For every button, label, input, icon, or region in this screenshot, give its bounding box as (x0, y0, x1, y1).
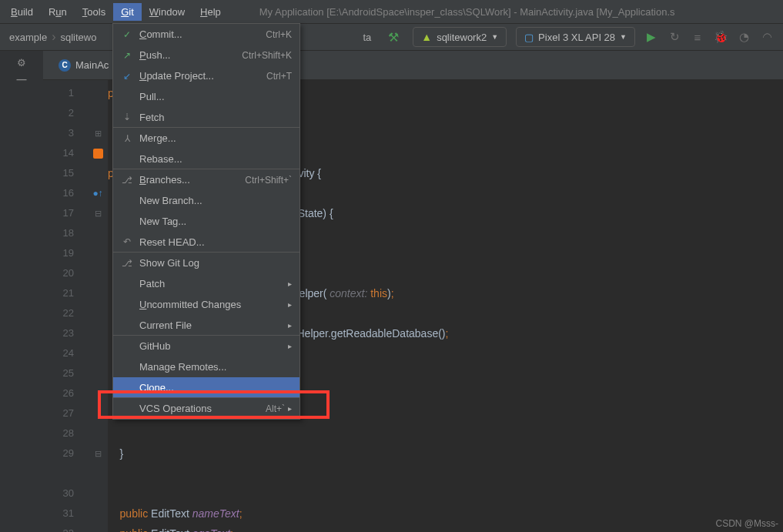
menu-item-label: VCS Operations (139, 403, 266, 414)
check-icon: ✓ (121, 29, 133, 40)
gutter-icon[interactable] (88, 343, 108, 363)
gutter-icon[interactable] (88, 263, 108, 283)
menu-item-manage-remotes[interactable]: Manage Remotes... (113, 356, 299, 377)
menu-item-uncommitted-changes[interactable]: Uncommitted Changes▸ (113, 294, 299, 315)
line-number (43, 463, 88, 483)
gutter-icon[interactable] (88, 403, 108, 423)
gutter-icon[interactable] (88, 223, 108, 243)
gutter-icon[interactable]: ●↑ (88, 183, 108, 203)
avd-button[interactable]: ◠ (757, 27, 777, 47)
submenu-arrow-icon: ▸ (288, 404, 292, 413)
gutter-icon[interactable] (88, 143, 108, 163)
menu-build[interactable]: Build (3, 3, 41, 21)
gutter-icon[interactable] (88, 103, 108, 123)
watermark: CSDN @Msss- (715, 518, 778, 529)
menu-item-clone[interactable]: Clone... (113, 377, 299, 398)
breadcrumb-item[interactable]: sqlitewo (60, 32, 96, 43)
menu-item-pull[interactable]: Pull... (113, 86, 299, 107)
menu-item-vcs-operations[interactable]: VCS OperationsAlt+`▸ (113, 398, 299, 419)
line-number: 24 (43, 343, 88, 363)
minimize-icon[interactable]: — (17, 73, 27, 85)
menu-item-reset-head[interactable]: ↶Reset HEAD... (113, 232, 299, 253)
menu-item-label: Pull... (139, 91, 292, 102)
device-name: Pixel 3 XL API 28 (538, 32, 615, 43)
menu-item-merge[interactable]: ⅄Merge... (113, 128, 299, 149)
gutter-icon[interactable] (88, 303, 108, 323)
menu-item-label: Push... (139, 49, 242, 61)
gutter-icon[interactable] (88, 283, 108, 303)
gutter-icon[interactable] (88, 504, 108, 524)
line-number: 27 (43, 403, 88, 423)
run-config-name: sqlitework2 (437, 32, 487, 43)
gutter-icon[interactable] (88, 323, 108, 343)
run-button[interactable]: ▶ (641, 27, 661, 47)
gutter-icon[interactable] (88, 483, 108, 504)
menu-item-new-branch[interactable]: New Branch... (113, 190, 299, 211)
gutter-icon[interactable] (88, 524, 108, 532)
menu-run[interactable]: Run (41, 3, 75, 21)
menu-item-push[interactable]: ↗Push...Ctrl+Shift+K (113, 45, 299, 65)
run-configuration-selector[interactable]: ▲ sqlitework2 ▼ (413, 27, 507, 47)
profiler-button[interactable]: ◔ (734, 27, 754, 47)
menu-item-label: Reset HEAD... (139, 236, 292, 248)
code-line[interactable] (108, 463, 783, 483)
shortcut-label: Alt+` (266, 403, 285, 414)
rerun-button[interactable]: ↻ (664, 27, 684, 47)
line-number-gutter: 1231415161718192021222324252627282930313… (43, 80, 88, 532)
gutter-icon[interactable]: ⊟ (88, 203, 108, 223)
gutter-icon[interactable] (88, 383, 108, 403)
branch-icon: ⎇ (121, 258, 133, 269)
code-line[interactable]: } (108, 443, 783, 463)
menu-item-new-tag[interactable]: New Tag... (113, 211, 299, 232)
menu-item-branches[interactable]: ⎇Branches...Ctrl+Shift+` (113, 169, 299, 190)
gutter-icon[interactable] (88, 423, 108, 443)
menu-item-commit[interactable]: ✓Commit...Ctrl+K (113, 24, 299, 45)
editor-tab[interactable]: C MainAc (51, 55, 116, 76)
menu-help[interactable]: Help (192, 3, 229, 21)
gutter-icon[interactable] (88, 363, 108, 383)
code-line[interactable] (108, 483, 783, 504)
build-icon[interactable]: ⚒ (388, 30, 399, 45)
menu-tools[interactable]: Tools (75, 3, 113, 21)
gutter-icon[interactable]: ⊟ (88, 443, 108, 463)
code-line[interactable]: public EditText nameText; (108, 504, 783, 524)
gutter-icon[interactable]: ⊞ (88, 123, 108, 143)
menu-item-label: Current File (139, 320, 285, 331)
stop-button[interactable]: ≡ (688, 27, 708, 47)
menu-item-update-project[interactable]: ↙Update Project...Ctrl+T (113, 65, 299, 86)
device-selector[interactable]: ▢ Pixel 3 XL API 28 ▼ (516, 27, 635, 47)
line-number: 1 (43, 83, 88, 103)
gutter-icon[interactable] (88, 83, 108, 103)
menu-window[interactable]: Window (142, 3, 192, 21)
breadcrumb-item[interactable]: example (9, 32, 47, 43)
line-number: 14 (43, 143, 88, 163)
menu-item-fetch[interactable]: ⇣Fetch (113, 107, 299, 128)
android-icon: ▲ (421, 31, 432, 43)
breadcrumb[interactable]: example › sqlitewo (0, 30, 105, 44)
chevron-right-icon: › (52, 30, 55, 44)
line-number: 28 (43, 423, 88, 443)
gutter-icon[interactable] (88, 163, 108, 183)
gutter-icon[interactable] (88, 463, 108, 483)
shortcut-label: Ctrl+Shift+` (245, 175, 292, 186)
submenu-arrow-icon: ▸ (288, 321, 292, 330)
line-number: 31 (43, 504, 88, 524)
menu-git[interactable]: Git (113, 3, 142, 21)
branch-icon: ⎇ (121, 175, 133, 186)
menu-item-rebase[interactable]: Rebase... (113, 149, 299, 169)
line-number: 22 (43, 303, 88, 323)
code-line[interactable]: public EditText ageText; (108, 524, 783, 532)
gear-icon[interactable]: ⚙ (17, 57, 26, 69)
menu-item-patch[interactable]: Patch▸ (113, 273, 299, 294)
line-number: 17 (43, 203, 88, 223)
up-icon: ↗ (121, 50, 133, 61)
menu-item-label: Update Project... (139, 70, 266, 82)
menu-item-current-file[interactable]: Current File▸ (113, 315, 299, 336)
gutter-icon[interactable] (88, 243, 108, 263)
line-number: 18 (43, 223, 88, 243)
menu-item-github[interactable]: GitHub▸ (113, 336, 299, 356)
debug-button[interactable]: 🐞 (711, 27, 731, 47)
menu-item-show-git-log[interactable]: ⎇Show Git Log (113, 253, 299, 273)
code-line[interactable] (108, 423, 783, 443)
menu-item-label: Merge... (139, 132, 292, 144)
